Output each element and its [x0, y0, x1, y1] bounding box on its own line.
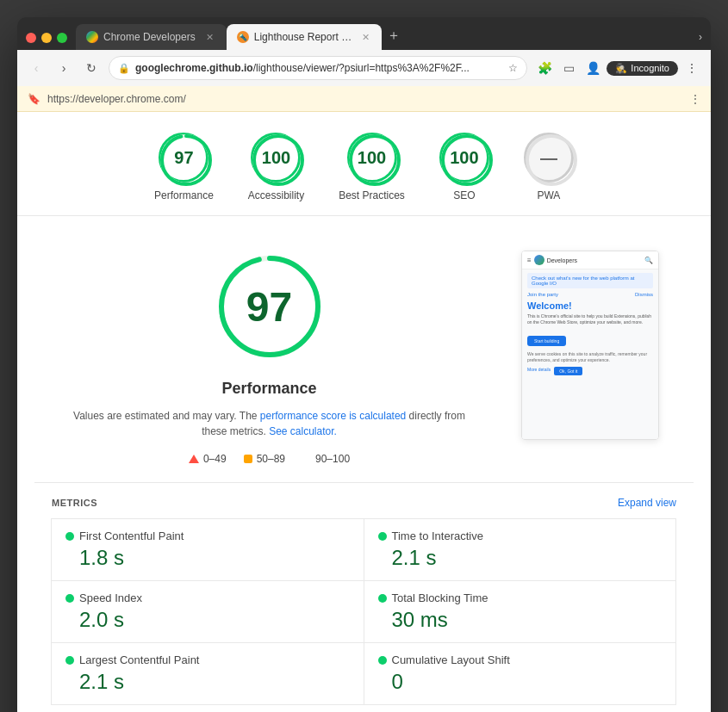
ss-menu-icon: ≡ — [527, 257, 532, 264]
pass-icon — [302, 455, 311, 463]
best-practices-score-circle: 100 — [347, 133, 397, 183]
metric-cls-name-row: Cumulative Layout Shift — [378, 653, 663, 666]
metric-tbt-dot — [378, 594, 387, 603]
tab-chrome-developers[interactable]: Chrome Developers ✕ — [76, 24, 227, 50]
tab-chrome-close-icon[interactable]: ✕ — [204, 31, 216, 43]
menu-icon[interactable]: ⋮ — [681, 58, 702, 78]
metric-si-value: 2.0 s — [65, 608, 350, 632]
performance-right: ≡ Developers 🔍 Check out what's new for … — [521, 251, 659, 440]
ss-search-icon: 🔍 — [644, 257, 653, 264]
score-card-performance[interactable]: 97 Performance — [154, 133, 214, 201]
maximize-button[interactable] — [57, 33, 67, 43]
metric-si-dot — [65, 594, 74, 603]
ss-join-text: Join the party — [527, 292, 558, 297]
tabs-chevron-icon[interactable]: › — [699, 31, 702, 50]
chrome-cast-icon[interactable]: ▭ — [558, 58, 579, 78]
accessibility-score-label: Accessibility — [248, 189, 304, 201]
info-bar-icon: 🔖 — [28, 93, 40, 105]
metric-fcp-name-row: First Contentful Paint — [65, 529, 350, 542]
metric-tti-name: Time to Interactive — [392, 529, 483, 542]
ss-banner-text: Check out what's new for the web platfor… — [532, 276, 635, 286]
metric-si-name: Speed Index — [79, 591, 142, 604]
metric-lcp-name: Largest Contentful Paint — [79, 653, 199, 666]
metric-tbt: Total Blocking Time 30 ms — [364, 580, 677, 643]
info-bar: 🔖 https://developer.chrome.com/ ⋮ — [17, 86, 711, 112]
tab-lighthouse-close-icon[interactable]: ✕ — [361, 31, 371, 43]
metric-cls: Cumulative Layout Shift 0 — [364, 642, 677, 705]
metric-tbt-name-row: Total Blocking Time — [378, 591, 663, 604]
score-card-best-practices[interactable]: 100 Best Practices — [339, 133, 405, 201]
tab-lighthouse-report[interactable]: 🔦 Lighthouse Report Viewer ✕ — [227, 24, 382, 50]
perf-score-link[interactable]: performance score is calculated — [260, 410, 406, 422]
url-host: googlechrome.github.io — [135, 62, 253, 74]
seo-score-circle: 100 — [439, 133, 489, 183]
metric-cls-dot — [378, 656, 387, 665]
ss-more-link: More details — [527, 367, 551, 375]
perf-desc-text: Values are estimated and may vary. The — [73, 410, 260, 422]
lighthouse-favicon-icon: 🔦 — [237, 31, 249, 43]
legend-average-range: 50–89 — [257, 453, 285, 465]
score-card-pwa[interactable]: — PWA — [524, 133, 574, 201]
ss-dismiss-text: Dismiss — [635, 292, 653, 297]
best-practices-score-value: 100 — [358, 148, 386, 168]
toolbar-icons: 🧩 ▭ 👤 🕵 Incognito ⋮ — [534, 58, 702, 78]
metric-cls-value: 0 — [378, 670, 663, 694]
incognito-button[interactable]: 🕵 Incognito — [607, 61, 678, 76]
score-cards: 97 Performance 100 Accessibility — [17, 112, 711, 216]
metric-lcp: Largest Contentful Paint 2.1 s — [51, 642, 364, 705]
metric-fcp: First Contentful Paint 1.8 s — [51, 518, 364, 581]
metric-tbt-value: 30 ms — [378, 608, 663, 632]
pwa-score-value: — — [540, 148, 557, 168]
expand-view-link[interactable]: Expand view — [618, 497, 676, 509]
best-practices-score-label: Best Practices — [339, 189, 405, 201]
back-button[interactable]: ‹ — [26, 58, 47, 78]
ss-logo-icon — [534, 255, 544, 265]
legend-fail: 0–49 — [189, 453, 227, 465]
refresh-button[interactable]: ↻ — [81, 58, 102, 78]
pwa-score-label: PWA — [537, 189, 560, 201]
title-bar: Chrome Developers ✕ 🔦 Lighthouse Report … — [17, 17, 711, 50]
ss-welcome-text: Welcome! — [527, 300, 653, 311]
metrics-section: METRICS Expand view First Contentful Pai… — [17, 483, 711, 712]
incognito-hat-icon: 🕵 — [615, 63, 627, 74]
close-button[interactable] — [26, 33, 36, 43]
perf-calculator-link[interactable]: See calculator. — [269, 425, 337, 437]
legend-pass-range: 90–100 — [315, 453, 350, 465]
seo-score-value: 100 — [450, 148, 478, 168]
metric-tti-value: 2.1 s — [378, 546, 663, 570]
score-card-seo[interactable]: 100 SEO — [439, 133, 489, 201]
seo-score-label: SEO — [453, 189, 475, 201]
metric-fcp-value: 1.8 s — [65, 546, 350, 570]
ss-join-row: Join the party Dismiss — [527, 292, 653, 297]
ss-body: Check out what's new for the web platfor… — [522, 269, 658, 379]
new-tab-button[interactable]: ＋ — [387, 27, 401, 50]
average-icon — [244, 455, 252, 463]
tab-lighthouse-label: Lighthouse Report Viewer — [254, 31, 352, 43]
avatar-icon[interactable]: 👤 — [582, 58, 603, 78]
url-bar[interactable]: 🔒 googlechrome.github.io/lighthouse/view… — [109, 56, 527, 80]
ss-banner: Check out what's new for the web platfor… — [527, 273, 653, 288]
ss-ok-button: Ok, Got it — [554, 367, 582, 375]
minimize-button[interactable] — [41, 33, 52, 43]
ss-topbar: ≡ Developers 🔍 — [522, 251, 658, 269]
ss-cookie-text: We serve cookies on this site to analyze… — [527, 351, 653, 363]
screenshot-preview: ≡ Developers 🔍 Check out what's new for … — [521, 251, 659, 440]
screenshot-inner: ≡ Developers 🔍 Check out what's new for … — [522, 251, 658, 439]
metric-tti: Time to Interactive 2.1 s — [364, 518, 677, 581]
big-performance-circle: 97 — [214, 251, 326, 362]
pwa-score-circle: — — [524, 133, 574, 183]
legend-fail-range: 0–49 — [203, 453, 227, 465]
metric-cls-name: Cumulative Layout Shift — [392, 653, 510, 666]
info-bar-menu-icon[interactable]: ⋮ — [690, 93, 700, 105]
extensions-icon[interactable]: 🧩 — [534, 58, 555, 78]
bookmark-icon[interactable]: ☆ — [508, 62, 518, 74]
fail-icon — [189, 455, 199, 463]
score-card-accessibility[interactable]: 100 Accessibility — [248, 133, 304, 201]
forward-button[interactable]: › — [53, 58, 74, 78]
performance-section: 97 Performance Values are estimated and … — [17, 216, 711, 482]
performance-score-value: 97 — [174, 148, 193, 168]
info-bar-url: https://developer.chrome.com/ — [47, 93, 683, 105]
browser-window: Chrome Developers ✕ 🔦 Lighthouse Report … — [17, 17, 711, 712]
metric-si: Speed Index 2.0 s — [51, 580, 364, 643]
metric-si-name-row: Speed Index — [65, 591, 350, 604]
